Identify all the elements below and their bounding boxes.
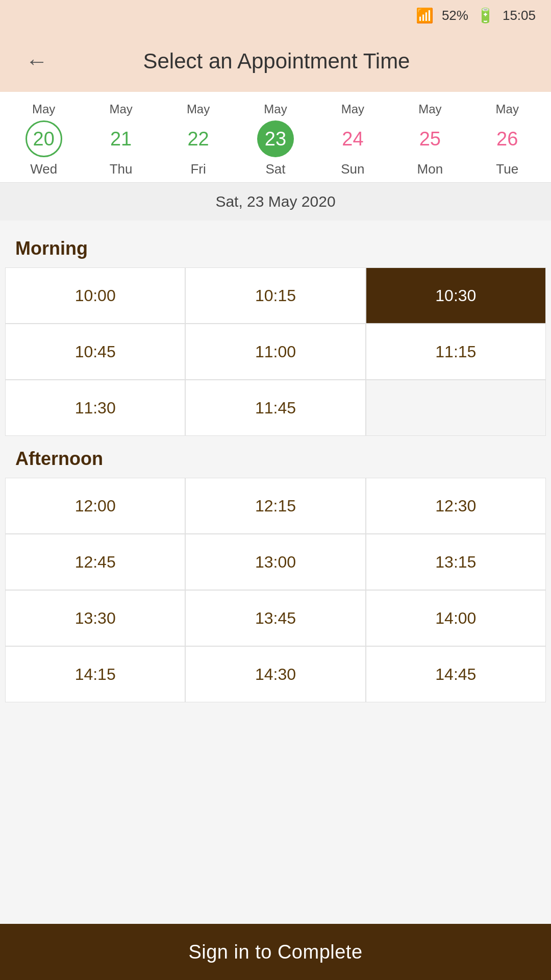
time-slot-1300[interactable]: 13:00 [185,534,365,590]
time-slot-1330[interactable]: 13:30 [5,590,185,646]
cal-weekday-label: Wed [30,161,57,177]
cal-day-number: 20 [26,120,62,157]
cal-month-label: May [187,102,210,116]
time-slot-1000[interactable]: 10:00 [5,267,185,324]
cal-day-number: 24 [334,120,371,157]
section-title-morning: Morning [5,226,546,267]
cal-month-label: May [496,102,519,116]
calendar-day-23[interactable]: May23Sat [242,102,309,177]
battery-icon: 🔋 [477,7,494,24]
calendar-day-25[interactable]: May25Mon [397,102,463,177]
cal-month-label: May [418,102,441,116]
cal-month-label: May [32,102,55,116]
time-slot-1445[interactable]: 14:45 [366,646,546,702]
calendar-day-21[interactable]: May21Thu [88,102,154,177]
page-title: Select an Appointment Time [53,49,500,74]
time-slot-1145[interactable]: 11:45 [185,380,365,436]
time-slot-1030[interactable]: 10:30 [366,267,546,324]
cal-day-number: 26 [489,120,525,157]
sign-in-button[interactable]: Sign in to Complete [0,924,551,980]
wifi-icon: 📶 [416,7,434,24]
time-slot-1215[interactable]: 12:15 [185,478,365,534]
cal-weekday-label: Fri [190,161,206,177]
back-button[interactable]: ← [20,43,53,79]
header: ← Select an Appointment Time [0,31,551,92]
time-slot-1045[interactable]: 10:45 [5,324,185,380]
calendar-strip: May20WedMay21ThuMay22FriMay23SatMay24Sun… [0,92,551,183]
time-slot-1400[interactable]: 14:00 [366,590,546,646]
calendar-day-20[interactable]: May20Wed [11,102,77,177]
time-display: 15:05 [503,8,536,23]
time-slot-1230[interactable]: 12:30 [366,478,546,534]
cal-weekday-label: Tue [496,161,518,177]
time-slot-1345[interactable]: 13:45 [185,590,365,646]
cal-weekday-label: Sun [341,161,364,177]
slots-container: Morning10:0010:1510:3010:4511:0011:1511:… [0,220,551,707]
status-bar: 📶 52% 🔋 15:05 [0,0,551,31]
cal-month-label: May [264,102,287,116]
cal-day-number: 25 [412,120,448,157]
calendar-day-26[interactable]: May26Tue [474,102,540,177]
calendar-day-22[interactable]: May22Fri [165,102,232,177]
section-title-afternoon: Afternoon [5,436,546,478]
cal-day-number: 23 [257,120,294,157]
time-slot-1130[interactable]: 11:30 [5,380,185,436]
time-slot-empty [366,380,546,436]
cal-weekday-label: Sat [265,161,285,177]
cal-month-label: May [341,102,364,116]
battery-level: 52% [442,8,468,23]
cal-weekday-label: Mon [417,161,443,177]
calendar-day-24[interactable]: May24Sun [319,102,386,177]
cal-month-label: May [109,102,132,116]
cal-weekday-label: Thu [110,161,133,177]
time-slot-1015[interactable]: 10:15 [185,267,365,324]
cal-day-number: 21 [103,120,139,157]
time-slot-1100[interactable]: 11:00 [185,324,365,380]
cal-day-number: 22 [180,120,217,157]
time-slot-1245[interactable]: 12:45 [5,534,185,590]
time-slot-1315[interactable]: 13:15 [366,534,546,590]
time-slot-1200[interactable]: 12:00 [5,478,185,534]
time-slot-1430[interactable]: 14:30 [185,646,365,702]
time-slot-1115[interactable]: 11:15 [366,324,546,380]
time-slot-1415[interactable]: 14:15 [5,646,185,702]
selected-date-label: Sat, 23 May 2020 [0,183,551,220]
slots-grid-morning: 10:0010:1510:3010:4511:0011:1511:3011:45 [5,267,546,436]
slots-grid-afternoon: 12:0012:1512:3012:4513:0013:1513:3013:45… [5,478,546,702]
